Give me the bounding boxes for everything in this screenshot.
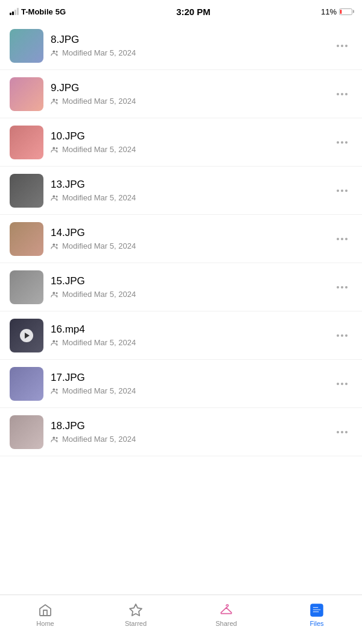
more-options-button[interactable] (332, 136, 352, 148)
file-info: 14.JPG Modified Mar 5, 2024 (43, 227, 332, 250)
svg-point-5 (56, 147, 58, 149)
nav-home[interactable]: Home (0, 600, 91, 630)
list-item[interactable]: 8.JPG Modified Mar 5, 2024 (0, 22, 362, 70)
ellipsis-icon (337, 238, 348, 240)
more-options-button[interactable] (332, 426, 352, 438)
svg-point-3 (56, 99, 58, 101)
svg-point-7 (56, 196, 58, 197)
carrier-info: T-Mobile 5G (10, 7, 66, 16)
battery-percent: 11% (321, 7, 337, 16)
file-info: 15.JPG Modified Mar 5, 2024 (43, 275, 332, 299)
file-info: 10.JPG Modified Mar 5, 2024 (43, 130, 332, 154)
svg-rect-20 (313, 607, 319, 608)
bottom-navigation: Home Starred Shared Files (0, 595, 362, 644)
shared-icon (51, 290, 59, 299)
modified-date: Modified Mar 5, 2024 (62, 193, 136, 202)
battery-icon (339, 8, 352, 15)
file-info: 16.mp4 Modified Mar 5, 2024 (43, 324, 332, 347)
svg-point-11 (56, 292, 58, 294)
file-name: 8.JPG (51, 34, 325, 46)
shared-icon (51, 339, 59, 347)
home-icon (37, 602, 53, 618)
modified-date: Modified Mar 5, 2024 (62, 338, 136, 347)
svg-point-17 (56, 437, 58, 439)
list-item[interactable]: 15.JPG Modified Mar 5, 2024 (0, 263, 362, 311)
list-item[interactable]: 18.JPG Modified Mar 5, 2024 (0, 408, 362, 456)
file-info: 17.JPG Modified Mar 5, 2024 (43, 372, 332, 395)
file-list: 8.JPG Modified Mar 5, 20249.JPG Modified… (0, 22, 362, 456)
battery-info: 11% (321, 7, 352, 16)
file-thumbnail (10, 319, 43, 352)
list-item[interactable]: 13.JPG Modified Mar 5, 2024 (0, 167, 362, 215)
carrier-name: T-Mobile (21, 7, 53, 16)
modified-date: Modified Mar 5, 2024 (62, 386, 136, 395)
file-meta: Modified Mar 5, 2024 (51, 386, 325, 395)
modified-date: Modified Mar 5, 2024 (62, 48, 136, 57)
shared-label: Shared (215, 620, 237, 627)
nav-files[interactable]: Files (272, 600, 362, 630)
more-options-button[interactable] (332, 40, 352, 52)
more-options-button[interactable] (332, 233, 352, 245)
shared-icon (51, 194, 59, 202)
files-icon (309, 602, 325, 618)
ellipsis-icon (337, 286, 348, 289)
svg-rect-22 (313, 611, 319, 613)
more-options-button[interactable] (332, 330, 352, 342)
svg-rect-21 (313, 609, 321, 610)
list-item[interactable]: 14.JPG Modified Mar 5, 2024 (0, 215, 362, 263)
file-meta: Modified Mar 5, 2024 (51, 338, 325, 347)
svg-point-13 (56, 340, 58, 342)
shared-icon (51, 49, 59, 57)
svg-point-0 (52, 50, 55, 53)
file-info: 13.JPG Modified Mar 5, 2024 (43, 179, 332, 202)
svg-point-12 (52, 340, 55, 342)
more-options-button[interactable] (332, 378, 352, 390)
starred-label: Starred (125, 620, 147, 627)
file-meta: Modified Mar 5, 2024 (51, 48, 325, 57)
file-thumbnail (10, 77, 43, 111)
ellipsis-icon (337, 45, 348, 47)
svg-point-6 (52, 195, 55, 197)
modified-date: Modified Mar 5, 2024 (62, 290, 136, 299)
file-meta: Modified Mar 5, 2024 (51, 241, 325, 250)
more-options-button[interactable] (332, 88, 352, 100)
signal-icon (10, 8, 19, 15)
shared-icon (51, 242, 59, 250)
more-options-button[interactable] (332, 185, 352, 197)
file-name: 13.JPG (51, 179, 325, 191)
svg-point-14 (52, 388, 55, 391)
shared-icon (51, 97, 59, 106)
time-display: 3:20 PM (176, 7, 211, 17)
files-label: Files (310, 620, 323, 627)
svg-point-15 (56, 389, 58, 391)
ellipsis-icon (337, 93, 348, 95)
file-thumbnail (10, 222, 43, 256)
file-name: 9.JPG (51, 82, 325, 94)
shared-icon (51, 145, 59, 154)
nav-starred[interactable]: Starred (91, 600, 181, 630)
ellipsis-icon (337, 383, 348, 385)
list-item[interactable]: 9.JPG Modified Mar 5, 2024 (0, 70, 362, 118)
home-label: Home (36, 620, 54, 627)
play-icon (20, 329, 33, 342)
ellipsis-icon (337, 190, 348, 192)
list-item[interactable]: 16.mp4 Modified Mar 5, 2024 (0, 311, 362, 360)
file-thumbnail (10, 29, 43, 63)
file-name: 14.JPG (51, 227, 325, 239)
file-meta: Modified Mar 5, 2024 (51, 193, 325, 202)
starred-icon (128, 602, 144, 618)
modified-date: Modified Mar 5, 2024 (62, 241, 136, 250)
svg-point-10 (52, 292, 55, 294)
file-meta: Modified Mar 5, 2024 (51, 435, 325, 444)
file-thumbnail (10, 367, 43, 401)
ellipsis-icon (337, 141, 348, 144)
file-thumbnail (10, 270, 43, 304)
svg-marker-18 (130, 604, 142, 616)
list-item[interactable]: 17.JPG Modified Mar 5, 2024 (0, 360, 362, 408)
list-item[interactable]: 10.JPG Modified Mar 5, 2024 (0, 118, 362, 167)
status-bar: T-Mobile 5G 3:20 PM 11% (0, 0, 362, 22)
more-options-button[interactable] (332, 281, 352, 293)
modified-date: Modified Mar 5, 2024 (62, 145, 136, 154)
file-thumbnail (10, 174, 43, 208)
nav-shared[interactable]: Shared (181, 600, 272, 630)
